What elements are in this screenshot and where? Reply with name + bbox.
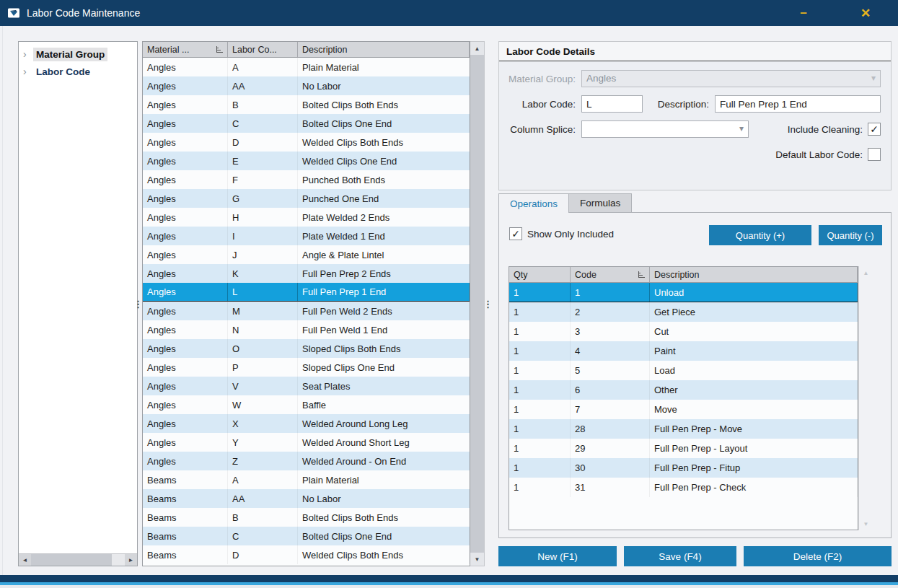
include-cleaning-checkbox[interactable]: ✓ — [868, 123, 881, 136]
table-row[interactable]: 17Move — [509, 400, 858, 419]
new-button[interactable]: New (F1) — [498, 546, 617, 566]
table-row[interactable]: 13Cut — [509, 322, 858, 341]
table-row[interactable]: BeamsBBolted Clips Both Ends — [143, 508, 470, 527]
column-header[interactable]: Code — [571, 267, 650, 282]
minimize-button[interactable]: – — [791, 3, 816, 23]
default-labor-code-checkbox[interactable] — [868, 148, 881, 161]
table-row[interactable]: AnglesOSloped Clips Both Ends — [143, 339, 470, 358]
table-row[interactable]: 16Other — [509, 380, 858, 400]
table-cell: 1 — [509, 380, 571, 400]
material-group-combo: Angles ▾ — [581, 70, 881, 87]
table-cell: Angles — [143, 76, 228, 95]
tree-item-material-group[interactable]: › Material Group — [19, 45, 137, 63]
table-row[interactable]: AnglesIPlate Welded 1 End — [143, 227, 470, 245]
delete-button[interactable]: Delete (F2) — [744, 546, 892, 566]
tree-item-label: Material Group — [33, 48, 107, 61]
table-row[interactable]: AnglesWBaffle — [143, 395, 470, 414]
table-row[interactable]: 12Get Piece — [509, 302, 858, 322]
labor-grid-vertical-scrollbar[interactable]: ▲ ▼ — [470, 41, 485, 566]
table-cell: Angles — [143, 339, 228, 358]
scrollbar-track[interactable] — [112, 554, 125, 566]
table-row[interactable]: AnglesAPlain Material — [143, 58, 470, 76]
column-header-label: Material ... — [147, 45, 189, 55]
table-cell: Angles — [143, 95, 228, 114]
table-row[interactable]: AnglesXWelded Around Long Leg — [143, 414, 470, 433]
table-cell: Plate Welded 1 End — [298, 227, 470, 245]
table-row[interactable]: AnglesNFull Pen Weld 1 End — [143, 320, 470, 339]
quantity-minus-button[interactable]: Quantity (-) — [819, 225, 882, 245]
table-cell: 1 — [509, 361, 571, 380]
table-row[interactable]: BeamsCBolted Clips One End — [143, 527, 470, 545]
table-cell: Seat Plates — [298, 377, 470, 395]
table-row[interactable]: AnglesFPunched Both Ends — [143, 170, 470, 189]
scrollbar-track[interactable] — [859, 279, 873, 517]
details-form: Material Group: Angles ▾ Labor Code: Des… — [499, 61, 891, 163]
column-header[interactable]: Description — [650, 267, 858, 282]
column-header[interactable]: Labor Co... — [228, 42, 298, 57]
table-row[interactable]: AnglesBBolted Clips Both Ends — [143, 95, 470, 114]
table-cell: D — [228, 133, 298, 152]
table-row[interactable]: BeamsDWelded Clips Both Ends — [143, 545, 470, 564]
table-row[interactable]: AnglesGPunched One End — [143, 189, 470, 208]
table-row[interactable]: AnglesVSeat Plates — [143, 377, 470, 395]
column-header[interactable]: Description — [298, 42, 470, 57]
table-row[interactable]: BeamsAPlain Material — [143, 470, 470, 489]
table-row[interactable]: 15Load — [509, 361, 858, 380]
column-splice-label: Column Splice: — [503, 124, 576, 135]
table-row[interactable]: 130Full Pen Prep - Fitup — [509, 458, 858, 478]
table-row[interactable]: 128Full Pen Prep - Move — [509, 419, 858, 439]
table-row[interactable]: AnglesCBolted Clips One End — [143, 114, 470, 133]
table-row[interactable]: AnglesDWelded Clips Both Ends — [143, 133, 470, 152]
tab-operations[interactable]: Operations — [498, 193, 569, 213]
table-cell: J — [228, 245, 298, 264]
scroll-down-arrow-icon[interactable]: ▼ — [470, 553, 484, 566]
tree-item-labor-code[interactable]: › Labor Code — [19, 63, 137, 80]
operations-grid-vertical-scrollbar[interactable]: ▲ ▼ — [858, 266, 873, 530]
chevron-right-icon[interactable]: › — [23, 66, 33, 77]
table-cell: Sloped Clips Both Ends — [298, 339, 470, 358]
scroll-left-arrow-icon[interactable]: ◄ — [19, 554, 31, 566]
table-cell: Beams — [143, 470, 228, 489]
description-field[interactable] — [715, 95, 881, 113]
scrollbar-thumb[interactable] — [470, 55, 484, 553]
table-row[interactable]: AnglesHPlate Welded 2 Ends — [143, 208, 470, 227]
table-row[interactable]: AnglesZWelded Around - On End — [143, 452, 470, 470]
material-group-value: Angles — [586, 73, 616, 84]
tree-horizontal-scrollbar[interactable]: ◄ ► — [19, 553, 137, 566]
table-row[interactable]: AnglesAANo Labor — [143, 76, 470, 95]
scroll-up-arrow-icon[interactable]: ▲ — [470, 42, 484, 55]
column-header[interactable]: Material ... — [143, 42, 228, 57]
save-button[interactable]: Save (F4) — [624, 546, 736, 566]
table-row[interactable]: AnglesYWelded Around Short Leg — [143, 433, 470, 452]
table-cell: 1 — [509, 478, 571, 497]
quantity-buttons: Quantity (+) Quantity (-) — [709, 225, 882, 245]
scroll-down-arrow-icon[interactable]: ▼ — [859, 517, 873, 530]
table-row[interactable]: AnglesLFull Pen Prep 1 End — [143, 283, 470, 302]
column-header[interactable]: Qty — [509, 267, 571, 282]
scroll-up-arrow-icon[interactable]: ▲ — [859, 266, 873, 279]
column-splice-combo[interactable]: ▾ — [581, 120, 749, 138]
labor-code-field[interactable] — [581, 95, 643, 113]
quantity-plus-button[interactable]: Quantity (+) — [709, 225, 811, 245]
default-labor-code-row: Default Labor Code: — [503, 146, 881, 163]
table-row[interactable]: 14Paint — [509, 341, 858, 361]
table-row[interactable]: 11Unload — [509, 283, 858, 302]
table-cell: Beams — [143, 527, 228, 545]
chevron-right-icon[interactable]: › — [23, 48, 33, 60]
scrollbar-thumb[interactable] — [31, 554, 112, 566]
table-cell: Unload — [650, 283, 858, 302]
table-row[interactable]: AnglesJAngle & Plate Lintel — [143, 245, 470, 264]
table-row[interactable]: AnglesKFull Pen Prep 2 Ends — [143, 264, 470, 283]
table-row[interactable]: AnglesMFull Pen Weld 2 Ends — [143, 302, 470, 320]
table-row[interactable]: 129Full Pen Prep - Layout — [509, 439, 858, 458]
show-only-included-checkbox[interactable]: ✓ — [509, 227, 522, 240]
close-button[interactable]: ✕ — [853, 3, 878, 23]
table-row[interactable]: AnglesEWelded Clips One End — [143, 152, 470, 170]
table-row[interactable]: 131Full Pen Prep - Check — [509, 478, 858, 497]
tab-formulas[interactable]: Formulas — [569, 193, 632, 213]
table-row[interactable]: BeamsAANo Labor — [143, 489, 470, 508]
details-group-title: Labor Code Details — [499, 42, 891, 61]
splitter-left[interactable]: ⋮ — [135, 41, 141, 566]
splitter-right[interactable]: ⋮ — [485, 41, 491, 566]
table-row[interactable]: AnglesPSloped Clips One End — [143, 358, 470, 377]
